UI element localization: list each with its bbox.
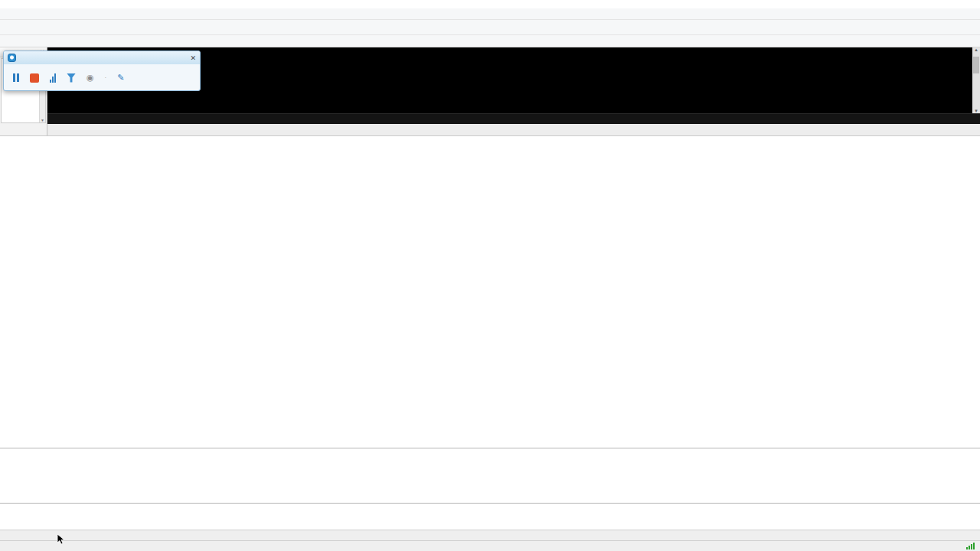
recording-controls: ◉ · ✎	[4, 64, 200, 91]
filter-icon[interactable]	[67, 73, 76, 83]
separator-dot: ·	[105, 74, 107, 81]
upper-chart-region: ✕ ▲▼ ▲ ▼ ✕	[0, 47, 980, 124]
window-titlebar	[0, 0, 980, 8]
spacer	[0, 514, 980, 530]
tester-graph	[0, 136, 980, 448]
webcam-icon	[8, 54, 16, 62]
menu-bar	[0, 8, 980, 20]
indicator-label	[49, 96, 54, 104]
time-axis	[47, 113, 980, 124]
status-bar	[0, 540, 980, 551]
mt4-window: ✕ ▲▼ ▲ ▼ ✕	[0, 0, 980, 551]
recording-dialog: ✕ ◉ · ✎	[3, 51, 201, 91]
chart-tab-row	[0, 124, 980, 136]
camera-icon[interactable]: ◉	[87, 73, 94, 83]
audio-levels-icon[interactable]	[50, 73, 56, 83]
chart-vertical-scrollbar[interactable]: ▲ ▼	[972, 47, 980, 113]
toolbar-standard	[0, 20, 980, 35]
navigator-tab-allgemein[interactable]	[0, 124, 47, 135]
connection-icon	[966, 543, 975, 549]
pause-button[interactable]	[13, 73, 19, 82]
tester-histogram	[0, 448, 980, 504]
trade-axis	[0, 504, 980, 514]
scrollbar-thumb[interactable]	[973, 57, 979, 73]
tester-tab-bar	[0, 530, 980, 540]
scroll-down-icon[interactable]: ▼	[41, 118, 44, 122]
pencil-icon[interactable]: ✎	[117, 73, 124, 83]
histogram-canvas[interactable]	[0, 448, 980, 503]
mouse-cursor	[57, 533, 66, 546]
recording-dialog-titlebar[interactable]: ✕	[4, 51, 200, 64]
balance-curve-canvas[interactable]	[0, 136, 980, 448]
scroll-down-icon[interactable]: ▼	[974, 109, 978, 113]
scroll-up-icon[interactable]: ▲	[974, 47, 978, 52]
chart-tab-bar	[47, 124, 980, 135]
close-icon[interactable]: ✕	[190, 54, 196, 62]
toolbar-drawing	[0, 35, 980, 47]
stop-button[interactable]	[30, 73, 39, 83]
